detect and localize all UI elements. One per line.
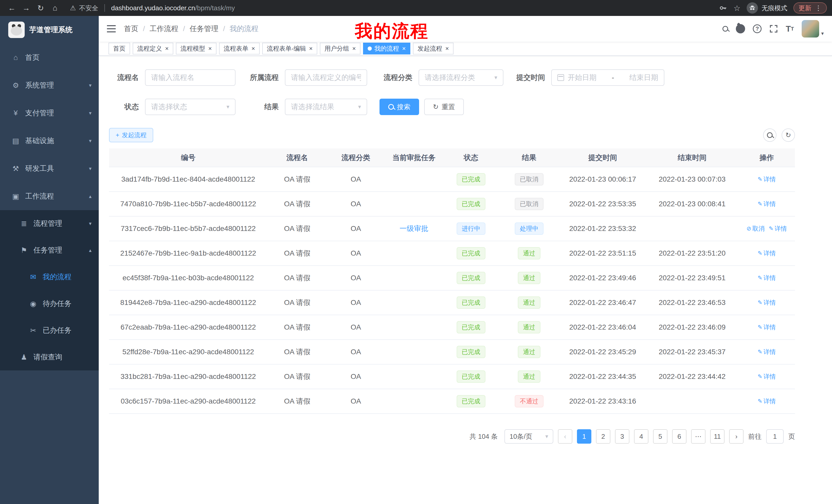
toggle-search-button[interactable]: [763, 129, 777, 142]
cell-submit-time: 2022-01-22 23:44:35: [560, 364, 646, 389]
tab-close-icon[interactable]: ×: [445, 46, 449, 52]
detail-link[interactable]: ✎详情: [758, 299, 776, 307]
sidebar-item-todo-tasks[interactable]: ◉ 待办任务: [0, 290, 99, 317]
browser-back-button[interactable]: ←: [5, 1, 19, 15]
refresh-table-button[interactable]: ↻: [782, 129, 795, 142]
next-page-button[interactable]: ›: [729, 429, 744, 444]
font-size-icon[interactable]: TT: [786, 25, 794, 33]
tab-item[interactable]: 流程定义×: [133, 43, 173, 54]
breadcrumb-item[interactable]: 首页: [124, 24, 138, 34]
fullscreen-icon[interactable]: [769, 24, 778, 33]
tab-item[interactable]: 我的流程×: [363, 43, 410, 54]
page-number[interactable]: 11: [710, 429, 725, 444]
browser-reload-button[interactable]: ↻: [34, 1, 47, 15]
search-button[interactable]: 搜索: [380, 99, 419, 115]
address-bar[interactable]: dashboard.yudao.iocoder.cn/bpm/task/my: [111, 4, 235, 12]
edit-icon: ✎: [758, 373, 762, 380]
page-number[interactable]: 6: [672, 429, 686, 444]
bookmark-star-icon[interactable]: ☆: [733, 4, 740, 12]
logo-image: [8, 22, 25, 38]
tab-close-icon[interactable]: ×: [252, 46, 255, 52]
security-indicator[interactable]: ⚠ 不安全: [70, 4, 98, 12]
status-select[interactable]: 请选择状态 ▾: [145, 99, 235, 115]
create-process-button[interactable]: + 发起流程: [109, 128, 153, 142]
page-number[interactable]: 4: [634, 429, 648, 444]
security-label: 不安全: [79, 4, 98, 12]
sidebar-item-workflow[interactable]: ▣ 工作流程 ▴: [0, 183, 99, 210]
tab-close-icon[interactable]: ×: [165, 46, 169, 52]
sidebar-item-done-tasks[interactable]: ✂ 已办任务: [0, 317, 99, 344]
cell-submit-time: 2022-01-22 23:46:47: [560, 290, 646, 315]
tab-close-icon[interactable]: ×: [402, 46, 406, 52]
cell-current-task: [385, 290, 443, 315]
goto-page-input[interactable]: [766, 429, 784, 444]
browser-update-button[interactable]: 更新 ⋮: [794, 2, 827, 13]
cell-actions: ✎详情: [738, 340, 795, 364]
sidebar-item-infrastructure[interactable]: ▤ 基础设施 ▾: [0, 127, 99, 155]
process-name-input[interactable]: [145, 69, 235, 86]
header-search-button[interactable]: [723, 26, 728, 32]
hamburger-icon[interactable]: [107, 25, 116, 32]
tab-item[interactable]: 首页: [108, 43, 130, 54]
detail-link[interactable]: ✎详情: [758, 323, 776, 331]
tab-item[interactable]: 发起流程×: [413, 43, 453, 54]
sidebar-item-home[interactable]: ⌂ 首页: [0, 44, 99, 72]
prev-page-button[interactable]: ‹: [558, 429, 572, 444]
detail-link[interactable]: ✎详情: [758, 348, 776, 356]
help-icon[interactable]: ?: [753, 24, 761, 33]
column-header: 状态: [443, 148, 499, 167]
detail-link[interactable]: ✎详情: [769, 225, 787, 233]
current-task-link[interactable]: 一级审批: [399, 225, 428, 232]
sidebar-item-system-management[interactable]: ⚙ 系统管理 ▾: [0, 72, 99, 99]
page-number[interactable]: 1: [577, 429, 591, 444]
task-flag-icon: ⚑: [20, 246, 28, 255]
sidebar-item-payment-management[interactable]: ¥ 支付管理 ▾: [0, 99, 99, 127]
page-number[interactable]: 2: [596, 429, 610, 444]
cell-category: OA: [327, 340, 385, 364]
tab-item[interactable]: 用户分组×: [320, 43, 361, 54]
detail-link[interactable]: ✎详情: [758, 200, 776, 208]
edit-icon: ✎: [758, 201, 762, 207]
cell-end-time: [646, 216, 738, 241]
password-key-icon[interactable]: [719, 4, 727, 12]
user-avatar[interactable]: ▾: [802, 20, 824, 37]
page-ellipsis[interactable]: ⋯: [691, 429, 705, 444]
detail-link[interactable]: ✎详情: [758, 372, 776, 381]
tab-item[interactable]: 流程表单×: [219, 43, 260, 54]
cell-status: 已完成: [443, 340, 499, 364]
sidebar-item-devtools[interactable]: ⚒ 研发工具 ▾: [0, 155, 99, 183]
page-number[interactable]: 3: [615, 429, 629, 444]
reset-button[interactable]: ↻ 重置: [424, 99, 464, 115]
font-size-small: T: [791, 26, 794, 31]
submit-time-range[interactable]: 开始日期 - 结束日期: [551, 69, 665, 86]
tab-label: 流程表单: [224, 45, 249, 53]
breadcrumb-item[interactable]: 任务管理: [190, 24, 218, 34]
cancel-link[interactable]: ⊘取消: [747, 225, 765, 233]
tab-close-icon[interactable]: ×: [309, 46, 313, 52]
category-select[interactable]: 请选择流程分类 ▾: [419, 69, 503, 86]
browser-home-button[interactable]: ⌂: [48, 1, 62, 15]
tab-close-icon[interactable]: ×: [352, 46, 356, 52]
sidebar-item-process-management[interactable]: ≣ 流程管理 ▾: [0, 210, 99, 237]
page-size-select[interactable]: 10条/页 ▾: [504, 429, 553, 444]
detail-link[interactable]: ✎详情: [758, 249, 776, 257]
result-tag: 不通过: [515, 395, 544, 408]
detail-link[interactable]: ✎详情: [758, 397, 776, 405]
browser-forward-button[interactable]: →: [20, 1, 33, 15]
result-select[interactable]: 请选择流结果 ▾: [285, 99, 367, 115]
process-definition-input[interactable]: [285, 69, 367, 86]
github-icon[interactable]: [736, 24, 745, 33]
detail-link[interactable]: ✎详情: [758, 175, 776, 184]
tab-item[interactable]: 流程模型×: [176, 43, 216, 54]
detail-link[interactable]: ✎详情: [758, 274, 776, 282]
tab-close-icon[interactable]: ×: [208, 46, 212, 52]
tab-item[interactable]: 流程表单-编辑×: [262, 43, 317, 54]
sidebar-item-task-management[interactable]: ⚑ 任务管理 ▴: [0, 237, 99, 263]
sidebar-item-leave-query[interactable]: ♟ 请假查询: [0, 344, 99, 370]
breadcrumb-item[interactable]: 工作流程: [150, 24, 178, 34]
page-number[interactable]: 5: [653, 429, 668, 444]
browser-chrome: ← → ↻ ⌂ ⚠ 不安全 dashboard.yudao.iocoder.cn…: [0, 0, 832, 16]
cell-submit-time: 2022-01-22 23:45:29: [560, 340, 646, 364]
sidebar-item-my-process[interactable]: ✉ 我的流程: [0, 263, 99, 290]
table-row: 7470a810-7b9b-11ec-b5b7-acde48001122OA 请…: [109, 192, 795, 216]
